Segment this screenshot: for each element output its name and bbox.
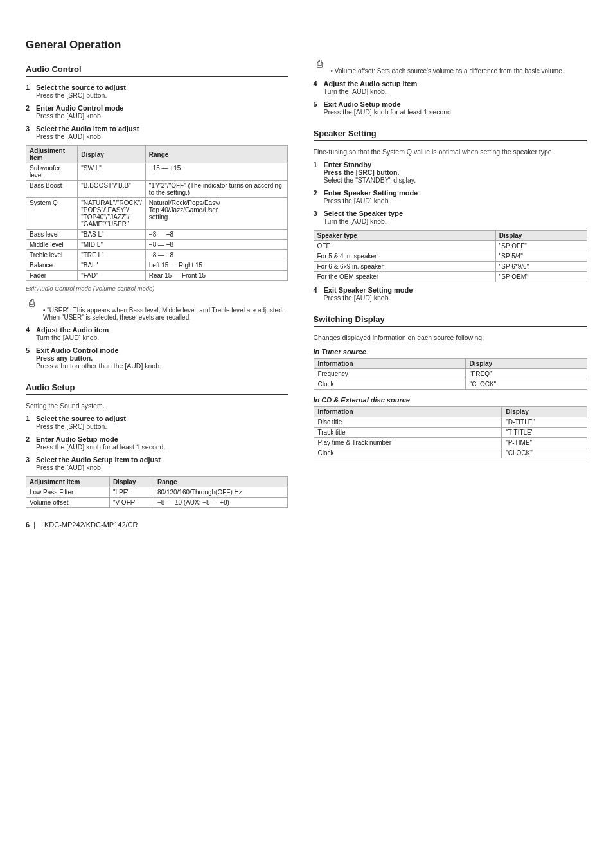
step-desc-2: Press the [AUD] knob.: [36, 112, 103, 120]
note-text-vol: • Volume offset: Sets each source's volu…: [331, 68, 587, 75]
row-range: Left 15 — Right 15: [145, 260, 287, 271]
step-title-5: Exit Audio Control mode: [36, 347, 119, 354]
col-header-range-as: Range: [154, 477, 287, 487]
row-item: Clock: [314, 379, 465, 390]
section-title-audio-control: Audio Control: [26, 64, 288, 77]
table-row: For the OEM speaker "SP OEM": [314, 272, 587, 282]
step-ss-title-3: Select the Speaker type: [324, 210, 404, 217]
step-num-5: 5: [26, 347, 30, 354]
step-num-3: 3: [26, 125, 30, 132]
step-as-desc-4: Turn the [AUD] knob.: [324, 87, 387, 95]
page-number: 6: [26, 521, 30, 529]
step-ss-title-1: Enter Standby: [324, 161, 372, 168]
table-row: Track title "T-TITLE": [314, 428, 587, 438]
footer-separator: |: [33, 521, 35, 529]
section-title-audio-setup: Audio Setup: [26, 383, 288, 395]
step-as-num-4: 4: [314, 80, 317, 87]
row-range: Natural/Rock/Pops/Easy/Top 40/Jazz/Game/…: [145, 198, 287, 230]
table-row: Subwoofer level "SW L" −15 — +15: [26, 163, 288, 181]
row-item: Treble level: [26, 250, 78, 260]
col-header-information-tuner: Information: [314, 359, 465, 369]
step-as-title-4: Adjust the Audio setup item: [324, 80, 418, 87]
audio-setup-table: Adjustment Item Display Range Low Pass F…: [26, 476, 288, 508]
col-header-adjustment-as: Adjustment Item: [26, 477, 110, 487]
step-ss2-enter-speaker-setting: 2 Enter Speaker Setting mode Press the […: [314, 189, 587, 204]
table-row: Balance "BAL" Left 15 — Right 15: [26, 260, 288, 271]
step-ss-num-2: 2: [314, 189, 317, 197]
left-column: General Operation Audio Control 1 Select…: [26, 32, 307, 529]
step-1-select-source: 1 Select the source to adjust Press the …: [26, 84, 288, 99]
row-display: "CLOCK": [502, 448, 587, 458]
step-4-adjust-audio-item: 4 Adjust the Audio item Turn the [AUD] k…: [26, 326, 288, 341]
step-ss-desc-4: Press the [AUD] knob.: [324, 294, 391, 302]
step-as-title-3: Select the Audio Setup item to adjust: [36, 456, 161, 464]
heading-in-cd-source: In CD & External disc source: [314, 396, 587, 404]
table-row: Fader "FAD" Rear 15 — Front 15: [26, 271, 288, 281]
table-row: Clock "CLOCK": [314, 448, 587, 458]
step-num-1: 1: [26, 84, 30, 91]
table-row: Treble level "TRE L" −8 — +8: [26, 250, 288, 260]
table-row: Low Pass Filter "LPF" 80/120/160/Through…: [26, 487, 288, 498]
step-as-title-5: Exit Audio Setup mode: [324, 100, 401, 108]
row-range: 80/120/160/Through(OFF) Hz: [154, 487, 287, 498]
step-desc-4: Turn the [AUD] knob.: [36, 334, 99, 341]
step-num-4: 4: [26, 326, 30, 334]
step-as3-select-audio-setup-item: 3 Select the Audio Setup item to adjust …: [26, 456, 288, 471]
step-ss-desc-1a: Press the [SRC] button.: [324, 168, 400, 176]
row-display: "FAD": [78, 271, 146, 281]
row-range: −8 — +8: [145, 240, 287, 250]
step-desc-3: Press the [AUD] knob.: [36, 132, 103, 140]
speaker-setting-table: Speaker type Display OFF "SP OFF" For 5 …: [314, 230, 587, 282]
step-as5-exit-audio-setup: 5 Exit Audio Setup mode Press the [AUD] …: [314, 100, 587, 116]
step-ss-title-4: Exit Speaker Setting mode: [324, 286, 413, 294]
speaker-setting-desc: Fine-tuning so that the System Q value i…: [314, 148, 587, 156]
step-num-2: 2: [26, 104, 30, 112]
row-range: −15 — +15: [145, 163, 287, 181]
step-ss4-exit-speaker-setting: 4 Exit Speaker Setting mode Press the [A…: [314, 286, 587, 302]
table-row: Bass Boost "B.BOOST"/"B.B" "1"/"2"/"OFF"…: [26, 181, 288, 198]
row-display: "SW L": [78, 163, 146, 181]
page-title: General Operation: [26, 39, 288, 51]
col-header-display: Display: [78, 146, 146, 163]
row-item: For 6 & 6x9 in. speaker: [314, 262, 495, 272]
switching-display-desc: Changes displayed information on each so…: [314, 334, 587, 341]
table-row: Volume offset "V-OFF" −8 — ±0 (AUX: −8 —…: [26, 498, 288, 508]
step-desc-5b: Press a button other than the [AUD] knob…: [36, 362, 161, 370]
col-header-range: Range: [145, 146, 287, 163]
step-2-enter-audio-control: 2 Enter Audio Control mode Press the [AU…: [26, 104, 288, 120]
tuner-source-table: Information Display Frequency "FREQ" Clo…: [314, 358, 587, 390]
step-5-exit-audio-control: 5 Exit Audio Control mode Press any butt…: [26, 347, 288, 370]
step-as-desc-1: Press the [SRC] button.: [36, 422, 107, 430]
table-note-audio-control: Exit Audio Control mode (Volume control …: [26, 285, 288, 292]
table-row: Disc title "D-TITLE": [314, 417, 587, 428]
step-as2-enter-audio-setup: 2 Enter Audio Setup mode Press the [AUD]…: [26, 435, 288, 451]
row-display: "FREQ": [465, 369, 587, 379]
row-item: Low Pass Filter: [26, 487, 110, 498]
note-block-user: ⎙ • "USER": This appears when Bass level…: [26, 297, 288, 321]
row-item: For the OEM speaker: [314, 272, 495, 282]
row-display: "V-OFF": [109, 498, 154, 508]
row-display: "D-TITLE": [502, 417, 587, 428]
table-row: Clock "CLOCK": [314, 379, 587, 390]
row-display: "LPF": [109, 487, 154, 498]
row-item: System Q: [26, 198, 78, 230]
row-item: Fader: [26, 271, 78, 281]
col-header-adjustment: Adjustment Item: [26, 146, 78, 163]
row-range: Rear 15 — Front 15: [145, 271, 287, 281]
step-as-desc-3: Press the [AUD] knob.: [36, 464, 103, 471]
step-ss-desc-1b: Select the "STANDBY" display.: [324, 176, 416, 184]
row-item: OFF: [314, 241, 495, 251]
section-title-speaker-setting: Speaker Setting: [314, 129, 587, 141]
row-display: "BAL": [78, 260, 146, 271]
table-row: Play time & Track number "P-TIME": [314, 438, 587, 448]
heading-in-tuner-source: In Tuner source: [314, 348, 587, 356]
row-display: "MID L": [78, 240, 146, 250]
table-row: For 6 & 6x9 in. speaker "SP 6*9/6": [314, 262, 587, 272]
step-ss-num-3: 3: [314, 210, 317, 217]
step-title-2: Enter Audio Control mode: [36, 104, 123, 112]
row-item: Bass Boost: [26, 181, 78, 198]
col-header-display-cd: Display: [502, 407, 587, 417]
step-as-num-5: 5: [314, 100, 317, 108]
row-item: For 5 & 4 in. speaker: [314, 251, 495, 262]
note-block-volume-offset: ⎙ • Volume offset: Sets each source's vo…: [314, 58, 587, 75]
